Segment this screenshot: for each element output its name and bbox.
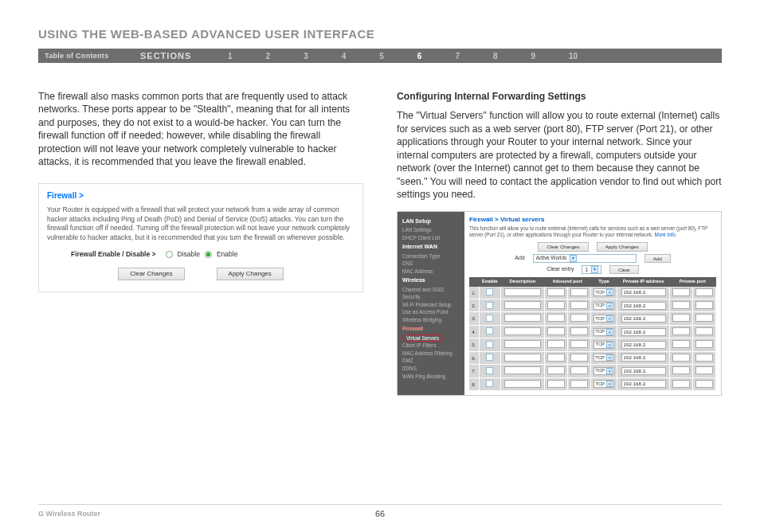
clear-entry-select[interactable]: 1▾	[582, 265, 601, 274]
enable-checkbox[interactable]	[486, 315, 493, 322]
sidebar-item-client-ip-filters[interactable]: Client IP Filters	[402, 342, 460, 350]
inbound-port-from-input[interactable]	[547, 301, 565, 309]
type-select[interactable]: TCP▾	[594, 328, 614, 336]
sidebar-item-dhcp-list[interactable]: DHCP Client List	[402, 234, 460, 242]
private-port-from-input[interactable]	[672, 288, 690, 296]
private-ip-input[interactable]: 192.168.2.	[621, 367, 666, 375]
inbound-port-from-input[interactable]	[547, 327, 565, 335]
inbound-port-to-input[interactable]	[570, 366, 588, 374]
private-port-to-input[interactable]	[695, 327, 713, 335]
type-select[interactable]: TCP▾	[594, 380, 614, 388]
private-port-from-input[interactable]	[672, 380, 690, 388]
description-input[interactable]	[504, 380, 541, 388]
sidebar-item-use-as-ap[interactable]: Use as Access Point	[402, 308, 460, 316]
apply-changes-button[interactable]: Apply Changes	[217, 268, 284, 281]
add-service-select[interactable]: Active Worlds▾	[533, 254, 637, 263]
private-ip-input[interactable]: 192.168.2.	[621, 315, 666, 323]
inbound-port-to-input[interactable]	[570, 354, 588, 362]
enable-radio[interactable]	[205, 251, 212, 258]
description-input[interactable]	[504, 288, 541, 296]
more-info-link[interactable]: More Info	[654, 232, 676, 237]
enable-checkbox[interactable]	[486, 341, 493, 348]
sidebar-item-wps[interactable]: Wi-Fi Protected Setup	[402, 301, 460, 309]
private-port-from-input[interactable]	[672, 366, 690, 374]
private-port-from-input[interactable]	[672, 314, 690, 322]
section-link-3[interactable]: 3	[304, 52, 308, 61]
sidebar-item-dmz[interactable]: DMZ	[402, 357, 460, 365]
private-port-to-input[interactable]	[695, 301, 713, 309]
private-ip-input[interactable]: 192.168.2.	[621, 328, 666, 336]
description-input[interactable]	[504, 366, 541, 374]
private-port-to-input[interactable]	[695, 366, 713, 374]
description-input[interactable]	[504, 327, 541, 335]
inbound-port-from-input[interactable]	[547, 380, 565, 388]
type-select[interactable]: TCP▾	[594, 302, 614, 310]
inbound-port-from-input[interactable]	[547, 340, 565, 348]
sidebar-item-virtual-servers[interactable]: Virtual Servers	[402, 334, 443, 342]
sidebar-item-mac-filtering[interactable]: MAC Address Filtering	[402, 350, 460, 358]
section-link-2[interactable]: 2	[266, 52, 271, 61]
inbound-port-to-input[interactable]	[570, 314, 588, 322]
inbound-port-from-input[interactable]	[547, 354, 565, 362]
section-link-8[interactable]: 8	[493, 52, 498, 61]
private-port-to-input[interactable]	[695, 314, 713, 322]
private-port-to-input[interactable]	[695, 340, 713, 348]
sidebar-item-mac-address[interactable]: MAC Address	[402, 268, 460, 276]
section-link-5[interactable]: 5	[379, 52, 384, 61]
toc-link[interactable]: Table of Contents	[45, 52, 140, 60]
private-port-to-input[interactable]	[695, 354, 713, 362]
sidebar-item-wan-ping-blocking[interactable]: WAN Ping Blocking	[402, 373, 460, 381]
inbound-port-from-input[interactable]	[547, 288, 565, 296]
private-ip-input[interactable]: 192.168.2.	[621, 341, 666, 349]
inbound-port-to-input[interactable]	[570, 327, 588, 335]
disable-radio[interactable]	[166, 251, 173, 258]
type-select[interactable]: TCP▾	[594, 315, 614, 323]
private-port-from-input[interactable]	[672, 340, 690, 348]
private-port-to-input[interactable]	[695, 288, 713, 296]
type-select[interactable]: TCP▾	[594, 367, 614, 375]
add-button[interactable]: Add	[644, 254, 671, 263]
sidebar-item-connection-type[interactable]: Connection Type	[402, 252, 460, 260]
enable-checkbox[interactable]	[486, 380, 493, 387]
sidebar-item-channel-ssid[interactable]: Channel and SSID	[402, 286, 460, 294]
inbound-port-to-input[interactable]	[570, 288, 588, 296]
inbound-port-from-input[interactable]	[547, 366, 565, 374]
clear-button[interactable]: Clear	[609, 265, 639, 274]
enable-checkbox[interactable]	[486, 288, 493, 295]
sidebar-item-ddns[interactable]: DDNS	[402, 365, 460, 373]
sidebar-item-wireless-bridging[interactable]: Wireless Bridging	[402, 316, 460, 324]
private-ip-input[interactable]: 192.168.2.	[621, 302, 666, 310]
vs-apply-changes-button[interactable]: Apply Changes	[597, 242, 648, 251]
type-select[interactable]: TCP▾	[594, 354, 614, 362]
private-port-from-input[interactable]	[672, 301, 690, 309]
description-input[interactable]	[504, 314, 541, 322]
section-link-7[interactable]: 7	[455, 52, 460, 61]
inbound-port-from-input[interactable]	[547, 314, 565, 322]
enable-checkbox[interactable]	[486, 354, 493, 361]
private-port-from-input[interactable]	[672, 327, 690, 335]
section-link-10[interactable]: 10	[569, 52, 578, 61]
inbound-port-to-input[interactable]	[570, 301, 588, 309]
enable-checkbox[interactable]	[486, 367, 493, 374]
type-select[interactable]: TCP▾	[594, 341, 614, 349]
description-input[interactable]	[504, 340, 541, 348]
inbound-port-to-input[interactable]	[570, 340, 588, 348]
type-select[interactable]: TCP▾	[594, 288, 614, 296]
sidebar-item-security[interactable]: Security	[402, 293, 460, 301]
private-ip-input[interactable]: 192.168.2.	[621, 380, 666, 388]
private-port-to-input[interactable]	[695, 380, 713, 388]
section-link-6[interactable]: 6	[417, 52, 422, 61]
section-link-1[interactable]: 1	[228, 52, 233, 61]
private-ip-input[interactable]: 192.168.2.	[621, 288, 666, 296]
section-link-4[interactable]: 4	[342, 52, 347, 61]
vs-clear-changes-button[interactable]: Clear Changes	[538, 242, 588, 251]
enable-checkbox[interactable]	[486, 302, 493, 309]
sidebar-item-dns[interactable]: DNS	[402, 260, 460, 268]
private-ip-input[interactable]: 192.168.2.	[621, 354, 666, 362]
enable-checkbox[interactable]	[486, 327, 493, 334]
sidebar-item-lan-settings[interactable]: LAN Settings	[402, 226, 460, 234]
description-input[interactable]	[504, 354, 541, 362]
section-link-9[interactable]: 9	[531, 52, 536, 61]
description-input[interactable]	[504, 301, 541, 309]
inbound-port-to-input[interactable]	[570, 380, 588, 388]
